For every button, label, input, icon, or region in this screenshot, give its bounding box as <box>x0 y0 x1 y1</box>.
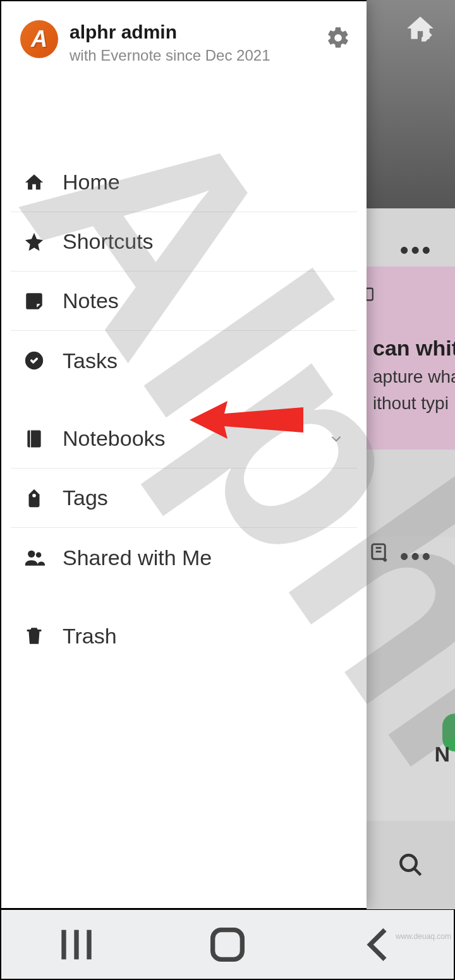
nav-label: Notes <box>63 289 344 313</box>
svg-point-8 <box>28 551 35 558</box>
avatar[interactable]: A <box>20 20 58 58</box>
user-info[interactable]: alphr admin with Evernote since Dec 2021 <box>70 20 314 64</box>
recents-icon <box>51 919 102 970</box>
back-icon <box>353 919 404 970</box>
search-icon <box>397 852 424 878</box>
svg-line-5 <box>414 868 421 875</box>
drawer-header: A alphr admin with Evernote since Dec 20… <box>1 1 367 77</box>
nav-label: Shortcuts <box>63 229 344 254</box>
gear-icon <box>325 25 351 51</box>
nav-label: Home <box>63 170 344 194</box>
nav-label: Trash <box>63 624 344 648</box>
chevron-down-icon <box>328 431 344 447</box>
home-nav-icon <box>202 919 253 970</box>
nav-item-notes[interactable]: Notes <box>11 272 357 331</box>
android-nav-bar <box>0 909 455 980</box>
tag-icon <box>23 487 45 509</box>
navigation-drawer: A alphr admin with Evernote since Dec 20… <box>0 0 367 909</box>
home-edit-icon <box>404 13 436 44</box>
svg-point-9 <box>36 553 42 558</box>
more-icon: ••• <box>400 237 433 264</box>
more-icon: ••• <box>400 543 433 570</box>
add-note-icon <box>368 540 391 565</box>
settings-button[interactable] <box>325 25 351 51</box>
scratch-pad-card: can whit apture wha ithout typi <box>367 266 455 450</box>
trash-icon <box>23 625 45 647</box>
nav-label: Tasks <box>63 349 344 373</box>
nav-list: Home Shortcuts Notes Tasks Notebooks <box>1 153 367 666</box>
note-icon <box>23 290 45 312</box>
svg-rect-15 <box>213 929 243 959</box>
nav-item-home[interactable]: Home <box>11 153 357 212</box>
nav-item-tags[interactable]: Tags <box>11 469 357 528</box>
nav-item-shared[interactable]: Shared with Me <box>11 528 357 587</box>
user-subtext: with Evernote since Dec 2021 <box>70 47 314 64</box>
svg-point-4 <box>401 855 416 871</box>
nav-item-shortcuts[interactable]: Shortcuts <box>11 212 357 272</box>
check-circle-icon <box>23 350 45 371</box>
nav-label: Shared with Me <box>63 546 344 570</box>
user-name: alphr admin <box>70 21 314 43</box>
recents-button[interactable] <box>51 929 102 960</box>
url-watermark: www.deuaq.com <box>396 932 451 941</box>
nav-item-tasks[interactable]: Tasks <box>11 331 357 390</box>
nav-label: Notebooks <box>63 426 310 451</box>
svg-point-7 <box>32 493 36 497</box>
people-icon <box>23 547 45 568</box>
nav-item-notebooks[interactable]: Notebooks <box>11 409 357 469</box>
star-icon <box>23 231 45 253</box>
new-label-partial: N <box>434 742 450 767</box>
nav-label: Tags <box>63 486 344 510</box>
home-icon <box>23 172 45 193</box>
avatar-initial: A <box>31 26 47 52</box>
home-button[interactable] <box>202 929 253 960</box>
nav-item-trash[interactable]: Trash <box>11 606 357 666</box>
notebook-icon <box>23 428 45 450</box>
